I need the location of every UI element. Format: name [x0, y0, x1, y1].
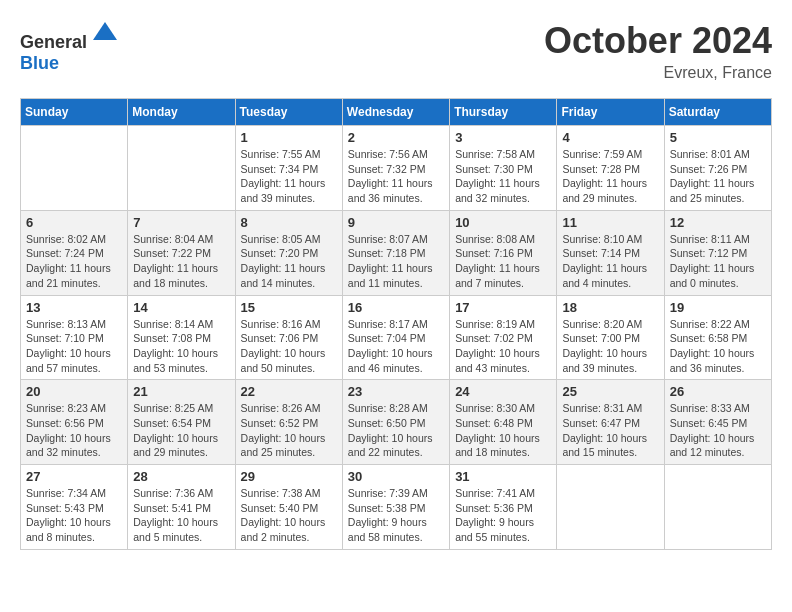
- day-number: 25: [562, 384, 658, 399]
- day-info: Sunrise: 8:07 AM Sunset: 7:18 PM Dayligh…: [348, 232, 444, 291]
- day-info: Sunrise: 7:34 AM Sunset: 5:43 PM Dayligh…: [26, 486, 122, 545]
- calendar-cell: 3Sunrise: 7:58 AM Sunset: 7:30 PM Daylig…: [450, 126, 557, 211]
- calendar-cell: 29Sunrise: 7:38 AM Sunset: 5:40 PM Dayli…: [235, 465, 342, 550]
- weekday-header-monday: Monday: [128, 99, 235, 126]
- calendar-cell: 21Sunrise: 8:25 AM Sunset: 6:54 PM Dayli…: [128, 380, 235, 465]
- day-number: 18: [562, 300, 658, 315]
- day-number: 29: [241, 469, 337, 484]
- calendar-cell: 20Sunrise: 8:23 AM Sunset: 6:56 PM Dayli…: [21, 380, 128, 465]
- day-info: Sunrise: 8:30 AM Sunset: 6:48 PM Dayligh…: [455, 401, 551, 460]
- day-info: Sunrise: 8:01 AM Sunset: 7:26 PM Dayligh…: [670, 147, 766, 206]
- day-info: Sunrise: 8:16 AM Sunset: 7:06 PM Dayligh…: [241, 317, 337, 376]
- weekday-header-saturday: Saturday: [664, 99, 771, 126]
- calendar-cell: 26Sunrise: 8:33 AM Sunset: 6:45 PM Dayli…: [664, 380, 771, 465]
- calendar-cell: 4Sunrise: 7:59 AM Sunset: 7:28 PM Daylig…: [557, 126, 664, 211]
- calendar-cell: 31Sunrise: 7:41 AM Sunset: 5:36 PM Dayli…: [450, 465, 557, 550]
- weekday-header-tuesday: Tuesday: [235, 99, 342, 126]
- day-info: Sunrise: 8:26 AM Sunset: 6:52 PM Dayligh…: [241, 401, 337, 460]
- day-number: 13: [26, 300, 122, 315]
- logo-general-text: General: [20, 32, 87, 52]
- calendar-cell: 28Sunrise: 7:36 AM Sunset: 5:41 PM Dayli…: [128, 465, 235, 550]
- calendar-cell: [664, 465, 771, 550]
- day-number: 5: [670, 130, 766, 145]
- weekday-header-thursday: Thursday: [450, 99, 557, 126]
- calendar-cell: [21, 126, 128, 211]
- day-number: 3: [455, 130, 551, 145]
- calendar-cell: 30Sunrise: 7:39 AM Sunset: 5:38 PM Dayli…: [342, 465, 449, 550]
- day-number: 10: [455, 215, 551, 230]
- day-number: 16: [348, 300, 444, 315]
- day-info: Sunrise: 8:14 AM Sunset: 7:08 PM Dayligh…: [133, 317, 229, 376]
- calendar-cell: 5Sunrise: 8:01 AM Sunset: 7:26 PM Daylig…: [664, 126, 771, 211]
- day-number: 22: [241, 384, 337, 399]
- day-info: Sunrise: 8:28 AM Sunset: 6:50 PM Dayligh…: [348, 401, 444, 460]
- calendar-cell: [557, 465, 664, 550]
- day-info: Sunrise: 8:10 AM Sunset: 7:14 PM Dayligh…: [562, 232, 658, 291]
- calendar-cell: 15Sunrise: 8:16 AM Sunset: 7:06 PM Dayli…: [235, 295, 342, 380]
- month-title: October 2024: [544, 20, 772, 62]
- header: General Blue October 2024 Evreux, France: [20, 20, 772, 82]
- day-info: Sunrise: 7:36 AM Sunset: 5:41 PM Dayligh…: [133, 486, 229, 545]
- calendar-week-row: 20Sunrise: 8:23 AM Sunset: 6:56 PM Dayli…: [21, 380, 772, 465]
- calendar-cell: 1Sunrise: 7:55 AM Sunset: 7:34 PM Daylig…: [235, 126, 342, 211]
- day-info: Sunrise: 8:31 AM Sunset: 6:47 PM Dayligh…: [562, 401, 658, 460]
- day-number: 4: [562, 130, 658, 145]
- day-info: Sunrise: 8:08 AM Sunset: 7:16 PM Dayligh…: [455, 232, 551, 291]
- weekday-header-friday: Friday: [557, 99, 664, 126]
- calendar-cell: 7Sunrise: 8:04 AM Sunset: 7:22 PM Daylig…: [128, 210, 235, 295]
- calendar-week-row: 1Sunrise: 7:55 AM Sunset: 7:34 PM Daylig…: [21, 126, 772, 211]
- title-section: October 2024 Evreux, France: [544, 20, 772, 82]
- day-number: 30: [348, 469, 444, 484]
- calendar-cell: 19Sunrise: 8:22 AM Sunset: 6:58 PM Dayli…: [664, 295, 771, 380]
- day-info: Sunrise: 8:22 AM Sunset: 6:58 PM Dayligh…: [670, 317, 766, 376]
- day-info: Sunrise: 7:38 AM Sunset: 5:40 PM Dayligh…: [241, 486, 337, 545]
- weekday-header-row: SundayMondayTuesdayWednesdayThursdayFrid…: [21, 99, 772, 126]
- day-info: Sunrise: 7:41 AM Sunset: 5:36 PM Dayligh…: [455, 486, 551, 545]
- calendar-cell: 11Sunrise: 8:10 AM Sunset: 7:14 PM Dayli…: [557, 210, 664, 295]
- day-number: 26: [670, 384, 766, 399]
- day-number: 23: [348, 384, 444, 399]
- weekday-header-wednesday: Wednesday: [342, 99, 449, 126]
- day-number: 31: [455, 469, 551, 484]
- calendar-cell: [128, 126, 235, 211]
- day-number: 17: [455, 300, 551, 315]
- calendar-week-row: 6Sunrise: 8:02 AM Sunset: 7:24 PM Daylig…: [21, 210, 772, 295]
- day-number: 2: [348, 130, 444, 145]
- weekday-header-sunday: Sunday: [21, 99, 128, 126]
- day-number: 14: [133, 300, 229, 315]
- logo: General Blue: [20, 20, 119, 74]
- day-number: 19: [670, 300, 766, 315]
- logo-icon: [91, 20, 119, 48]
- calendar-cell: 8Sunrise: 8:05 AM Sunset: 7:20 PM Daylig…: [235, 210, 342, 295]
- day-number: 27: [26, 469, 122, 484]
- day-number: 24: [455, 384, 551, 399]
- day-info: Sunrise: 8:23 AM Sunset: 6:56 PM Dayligh…: [26, 401, 122, 460]
- day-info: Sunrise: 8:13 AM Sunset: 7:10 PM Dayligh…: [26, 317, 122, 376]
- day-number: 11: [562, 215, 658, 230]
- calendar-cell: 23Sunrise: 8:28 AM Sunset: 6:50 PM Dayli…: [342, 380, 449, 465]
- day-number: 8: [241, 215, 337, 230]
- svg-marker-0: [93, 22, 117, 40]
- calendar-cell: 12Sunrise: 8:11 AM Sunset: 7:12 PM Dayli…: [664, 210, 771, 295]
- calendar-cell: 9Sunrise: 8:07 AM Sunset: 7:18 PM Daylig…: [342, 210, 449, 295]
- day-info: Sunrise: 7:55 AM Sunset: 7:34 PM Dayligh…: [241, 147, 337, 206]
- calendar-cell: 22Sunrise: 8:26 AM Sunset: 6:52 PM Dayli…: [235, 380, 342, 465]
- day-number: 9: [348, 215, 444, 230]
- day-number: 12: [670, 215, 766, 230]
- day-info: Sunrise: 7:59 AM Sunset: 7:28 PM Dayligh…: [562, 147, 658, 206]
- logo-blue-text: Blue: [20, 53, 59, 73]
- calendar-cell: 10Sunrise: 8:08 AM Sunset: 7:16 PM Dayli…: [450, 210, 557, 295]
- day-info: Sunrise: 8:05 AM Sunset: 7:20 PM Dayligh…: [241, 232, 337, 291]
- day-info: Sunrise: 8:11 AM Sunset: 7:12 PM Dayligh…: [670, 232, 766, 291]
- day-number: 1: [241, 130, 337, 145]
- day-info: Sunrise: 8:19 AM Sunset: 7:02 PM Dayligh…: [455, 317, 551, 376]
- day-info: Sunrise: 8:25 AM Sunset: 6:54 PM Dayligh…: [133, 401, 229, 460]
- day-info: Sunrise: 7:39 AM Sunset: 5:38 PM Dayligh…: [348, 486, 444, 545]
- day-number: 7: [133, 215, 229, 230]
- calendar-cell: 24Sunrise: 8:30 AM Sunset: 6:48 PM Dayli…: [450, 380, 557, 465]
- day-number: 21: [133, 384, 229, 399]
- calendar-cell: 16Sunrise: 8:17 AM Sunset: 7:04 PM Dayli…: [342, 295, 449, 380]
- day-info: Sunrise: 7:56 AM Sunset: 7:32 PM Dayligh…: [348, 147, 444, 206]
- day-info: Sunrise: 8:20 AM Sunset: 7:00 PM Dayligh…: [562, 317, 658, 376]
- calendar-cell: 27Sunrise: 7:34 AM Sunset: 5:43 PM Dayli…: [21, 465, 128, 550]
